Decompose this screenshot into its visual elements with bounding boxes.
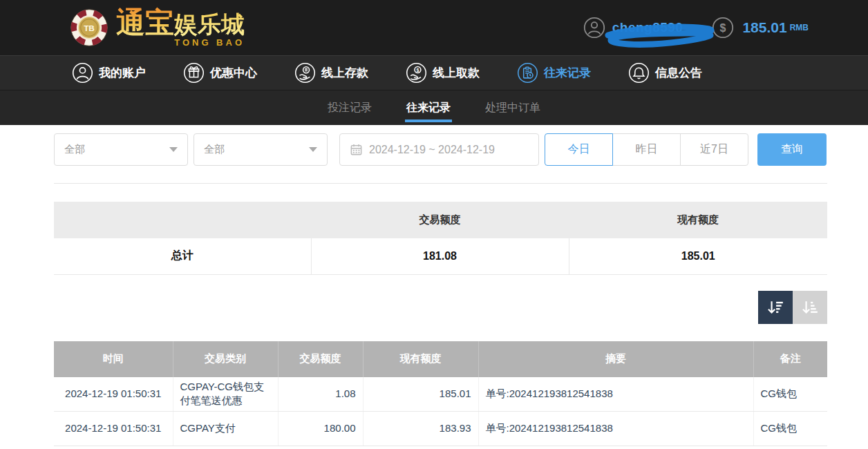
topbar: TB 通宝娱乐城 TONG BAO cheng8590 $ 1 [0, 0, 868, 55]
summary-header-row: 交易额度 现有额度 [54, 202, 827, 238]
summary-table: 交易额度 现有额度 总计 181.08 185.01 [54, 202, 827, 275]
tab-transaction-records[interactable]: 往来记录 [405, 90, 452, 125]
col-summary: 摘要 [478, 341, 753, 377]
nav-item-transaction-records[interactable]: 往来记录 [517, 62, 591, 84]
tab-betting-records[interactable]: 投注记录 [326, 90, 373, 125]
logo-text: 通宝娱乐城 TONG BAO [116, 8, 245, 47]
logo-title-rest: 娱乐城 [174, 11, 245, 37]
cell-summary: 单号:202412193812541838 [478, 377, 753, 412]
username[interactable]: cheng8590 [612, 20, 683, 35]
cell-time: 2024-12-19 01:50:31 [54, 412, 173, 446]
today-button[interactable]: 今日 [545, 133, 613, 166]
query-button[interactable]: 查询 [757, 133, 827, 166]
category-select-value: 全部 [64, 143, 85, 156]
calendar-icon [350, 143, 363, 156]
logo-title-main: 通宝 [116, 6, 174, 39]
nav-item-withdraw[interactable]: $ 线上取款 [406, 62, 480, 84]
type-select-value: 全部 [204, 143, 225, 156]
summary-total-row: 总计 181.08 185.01 [54, 238, 827, 274]
quick-date-group: 今日 昨日 近7日 [545, 133, 748, 166]
nav-label: 优惠中心 [210, 65, 257, 81]
cell-type: CGPAY支付 [173, 412, 278, 446]
deposit-icon [294, 62, 316, 84]
tab-pending-orders[interactable]: 处理中订单 [484, 90, 542, 125]
summary-header-balance: 现有额度 [569, 202, 827, 238]
user-icon [72, 62, 93, 84]
svg-text:$: $ [416, 67, 419, 73]
poker-chip-icon: TB [69, 8, 109, 48]
cell-time: 2024-12-19 01:50:31 [54, 377, 173, 412]
nav-item-promotions[interactable]: 优惠中心 [183, 62, 257, 84]
col-type: 交易类别 [173, 341, 278, 377]
type-select[interactable]: 全部 [194, 133, 328, 166]
category-select[interactable]: 全部 [54, 133, 188, 166]
coin-icon: $ [712, 17, 734, 39]
sub-nav: 投注记录 往来记录 处理中订单 [0, 90, 868, 125]
nav-item-announcements[interactable]: 信息公告 [628, 62, 702, 84]
summary-header-transaction: 交易额度 [311, 202, 569, 238]
nav-item-my-account[interactable]: 我的账户 [72, 62, 146, 84]
site-logo[interactable]: TB 通宝娱乐城 TONG BAO [69, 8, 245, 48]
table-row: 2024-12-19 01:50:31 CGPAY支付 180.00 183.9… [54, 412, 827, 446]
col-balance: 现有额度 [363, 341, 478, 377]
balance-amount: 185.01 [742, 19, 786, 36]
cell-amount: 1.08 [278, 377, 363, 412]
nav-label: 往来记录 [544, 65, 591, 81]
date-range-input[interactable]: 2024-12-19 ~ 2024-12-19 [339, 133, 539, 166]
bell-icon [628, 62, 650, 84]
transactions-table: 时间 交易类别 交易额度 现有额度 摘要 备注 2024-12-19 01:50… [54, 341, 827, 447]
col-time: 时间 [54, 341, 173, 377]
col-amount: 交易额度 [278, 341, 363, 377]
cell-summary: 单号:202412193812541838 [478, 412, 753, 446]
summary-total-transaction: 181.08 [311, 238, 569, 274]
chevron-down-icon [169, 147, 178, 152]
nav-label: 我的账户 [99, 65, 146, 81]
chip-label: TB [84, 23, 95, 32]
yesterday-button[interactable]: 昨日 [612, 133, 681, 166]
balance-currency: RMB [790, 23, 809, 32]
username-wrap: cheng8590 [612, 20, 683, 35]
table-header-row: 时间 交易类别 交易额度 现有额度 摘要 备注 [54, 341, 827, 377]
gift-icon [183, 62, 205, 84]
logo-subtitle: TONG BAO [174, 38, 245, 47]
svg-text:$: $ [720, 22, 726, 34]
cell-type: CGPAY-CG钱包支付笔笔送优惠 [173, 377, 278, 412]
user-icon [583, 17, 605, 39]
col-note: 备注 [753, 341, 827, 377]
user-area: cheng8590 $ 185.01 RMB [583, 17, 809, 39]
last7days-button[interactable]: 近7日 [680, 133, 748, 166]
withdraw-icon: $ [406, 62, 427, 84]
nav-label: 信息公告 [655, 65, 702, 81]
cell-balance: 183.93 [363, 412, 478, 446]
chevron-down-icon [309, 147, 317, 152]
main-nav: 我的账户 优惠中心 线上存款 [0, 55, 868, 90]
sort-amount-asc-icon[interactable] [793, 291, 827, 324]
cell-balance: 185.01 [363, 377, 478, 412]
cell-note: CG钱包 [753, 377, 827, 412]
records-icon [517, 62, 538, 84]
summary-total-label: 总计 [54, 238, 311, 274]
content: 全部 全部 2024-12-19 ~ 2024-12-19 今日 昨日 [0, 125, 868, 446]
cell-amount: 180.00 [278, 412, 363, 446]
date-range-value: 2024-12-19 ~ 2024-12-19 [369, 144, 495, 156]
nav-label: 线上存款 [321, 65, 368, 81]
sort-amount-desc-icon[interactable] [758, 291, 793, 324]
summary-total-balance: 185.01 [569, 238, 827, 274]
table-row: 2024-12-19 01:50:31 CGPAY-CG钱包支付笔笔送优惠 1.… [54, 377, 827, 412]
sort-bar [54, 291, 827, 324]
nav-label: 线上取款 [433, 65, 480, 81]
nav-item-deposit[interactable]: 线上存款 [294, 62, 368, 84]
cell-note: CG钱包 [753, 412, 827, 446]
filter-row: 全部 全部 2024-12-19 ~ 2024-12-19 今日 昨日 [54, 133, 827, 166]
divider [54, 183, 827, 184]
summary-header-empty [54, 202, 311, 238]
